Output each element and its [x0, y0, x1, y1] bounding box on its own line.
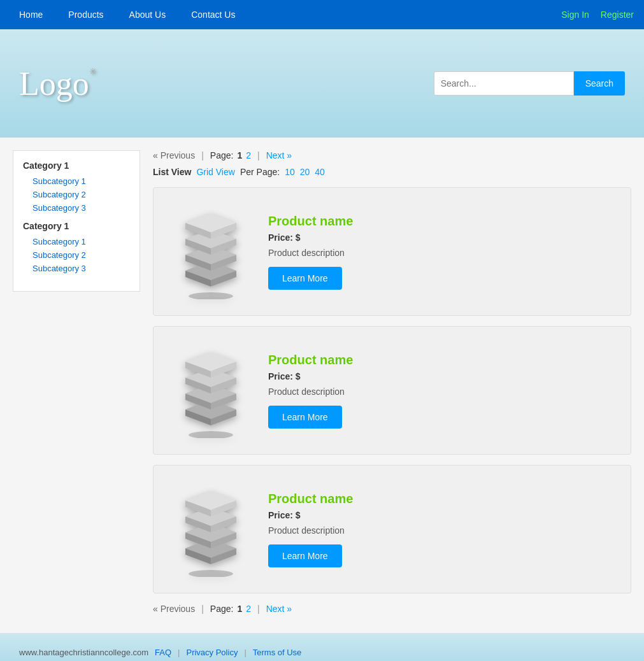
page-1-top[interactable]: 1	[237, 150, 242, 160]
page-label-bottom: Page:	[210, 604, 234, 614]
subcategory-1-3[interactable]: Subcategory 3	[23, 201, 130, 215]
per-page-label: Per Page:	[240, 167, 280, 177]
main-nav: Home Products About Us Contact Us Sign I…	[0, 0, 644, 29]
page-1-bottom[interactable]: 1	[237, 604, 242, 614]
product-image-3	[166, 478, 255, 580]
prev-bottom[interactable]: « Previous	[153, 604, 195, 614]
sidebar: Category 1 Subcategory 1 Subcategory 2 S…	[13, 150, 140, 292]
view-controls: List View Grid View Per Page: 10 20 40	[153, 167, 631, 177]
logo: Logo ✳	[19, 65, 89, 103]
nav-about[interactable]: About Us	[117, 1, 179, 29]
snowflake-icon: ✳	[89, 66, 97, 77]
learn-more-btn-2[interactable]: Learn More	[268, 406, 342, 429]
search-input[interactable]	[434, 71, 574, 96]
grid-view[interactable]: Grid View	[196, 167, 234, 177]
category-title-2[interactable]: Category 1	[23, 221, 130, 231]
products-area: « Previous | Page: 1 2 | Next » List Vie…	[153, 150, 631, 620]
product-image-2	[166, 339, 255, 441]
product-name-1: Product name	[268, 214, 618, 229]
pagination-bottom: « Previous | Page: 1 2 | Next »	[153, 604, 631, 614]
learn-more-btn-1[interactable]: Learn More	[268, 267, 342, 290]
product-desc-2: Product description	[268, 387, 618, 397]
footer: www.hantagechristianncollege.com FAQ | P…	[0, 633, 644, 661]
nav-signin[interactable]: Sign In	[557, 10, 593, 20]
product-info-1: Product name Price: $ Product descriptio…	[268, 214, 618, 290]
main-content: Category 1 Subcategory 1 Subcategory 2 S…	[0, 138, 644, 633]
footer-website: www.hantagechristianncollege.com	[19, 648, 148, 657]
subcategory-2-1[interactable]: Subcategory 1	[23, 235, 130, 248]
subcategory-1-1[interactable]: Subcategory 1	[23, 174, 130, 188]
product-info-3: Product name Price: $ Product descriptio…	[268, 492, 618, 567]
nav-links: Home Products About Us Contact Us	[6, 1, 248, 29]
svg-point-0	[189, 292, 233, 299]
prev-top[interactable]: « Previous	[153, 150, 195, 160]
subcategory-2-2[interactable]: Subcategory 2	[23, 248, 130, 262]
nav-home[interactable]: Home	[6, 1, 55, 29]
product-price-3: Price: $	[268, 510, 618, 520]
product-price-1: Price: $	[268, 232, 618, 243]
list-view[interactable]: List View	[153, 167, 191, 177]
footer-privacy[interactable]: Privacy Policy	[186, 648, 238, 657]
next-top[interactable]: Next »	[266, 150, 292, 160]
per-page-10[interactable]: 10	[285, 167, 295, 177]
search-area: Search	[434, 71, 625, 96]
pagination-top: « Previous | Page: 1 2 | Next »	[153, 150, 631, 160]
nav-register[interactable]: Register	[597, 10, 638, 20]
product-image-1	[166, 201, 255, 302]
page-2-top[interactable]: 2	[246, 150, 251, 160]
product-desc-3: Product description	[268, 525, 618, 536]
product-card-1: Product name Price: $ Product descriptio…	[153, 187, 631, 316]
footer-divider-2: |	[244, 648, 246, 657]
next-bottom[interactable]: Next »	[266, 604, 292, 614]
per-page-40[interactable]: 40	[315, 167, 325, 177]
product-name-2: Product name	[268, 353, 618, 367]
subcategory-1-2[interactable]: Subcategory 2	[23, 188, 130, 201]
learn-more-btn-3[interactable]: Learn More	[268, 544, 342, 567]
category-title-1[interactable]: Category 1	[23, 160, 130, 171]
subcategory-2-3[interactable]: Subcategory 3	[23, 262, 130, 275]
page-label-top: Page:	[210, 150, 234, 160]
product-info-2: Product name Price: $ Product descriptio…	[268, 353, 618, 429]
header: Logo ✳ Search	[0, 29, 644, 138]
page-2-bottom[interactable]: 2	[246, 604, 251, 614]
footer-faq[interactable]: FAQ	[155, 648, 171, 657]
product-name-3: Product name	[268, 492, 618, 506]
svg-point-26	[189, 570, 233, 577]
nav-contact[interactable]: Contact Us	[178, 1, 248, 29]
per-page-20[interactable]: 20	[300, 167, 310, 177]
nav-products[interactable]: Products	[55, 1, 116, 29]
search-button[interactable]: Search	[574, 71, 625, 96]
product-price-2: Price: $	[268, 371, 618, 381]
product-card-2: Product name Price: $ Product descriptio…	[153, 326, 631, 455]
footer-terms[interactable]: Terms of Use	[253, 648, 302, 657]
footer-divider-1: |	[178, 648, 180, 657]
nav-auth: Sign In Register	[557, 10, 638, 20]
category-section-1: Category 1 Subcategory 1 Subcategory 2 S…	[23, 160, 130, 215]
product-desc-1: Product description	[268, 248, 618, 258]
svg-point-13	[189, 431, 233, 438]
category-section-2: Category 1 Subcategory 1 Subcategory 2 S…	[23, 221, 130, 275]
product-card-3: Product name Price: $ Product descriptio…	[153, 465, 631, 593]
